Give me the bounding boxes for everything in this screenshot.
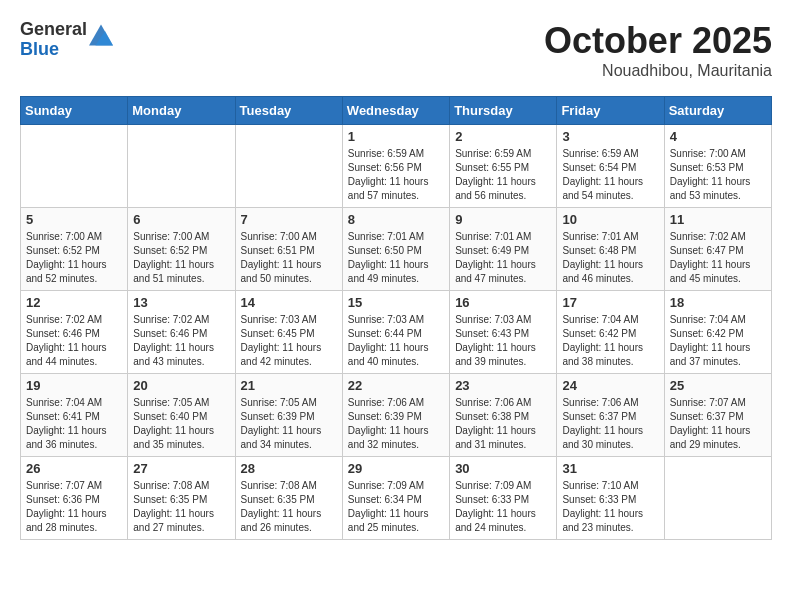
day-number: 8 [348, 212, 444, 227]
day-number: 5 [26, 212, 122, 227]
calendar-cell [128, 125, 235, 208]
logo: General Blue [20, 20, 113, 60]
day-number: 20 [133, 378, 229, 393]
calendar-cell [235, 125, 342, 208]
calendar-week-row: 1Sunrise: 6:59 AM Sunset: 6:56 PM Daylig… [21, 125, 772, 208]
calendar-cell: 12Sunrise: 7:02 AM Sunset: 6:46 PM Dayli… [21, 291, 128, 374]
title-section: October 2025 Nouadhibou, Mauritania [544, 20, 772, 80]
day-number: 29 [348, 461, 444, 476]
day-info: Sunrise: 7:05 AM Sunset: 6:40 PM Dayligh… [133, 396, 229, 452]
day-info: Sunrise: 7:07 AM Sunset: 6:36 PM Dayligh… [26, 479, 122, 535]
weekday-header: Tuesday [235, 97, 342, 125]
calendar-cell: 16Sunrise: 7:03 AM Sunset: 6:43 PM Dayli… [450, 291, 557, 374]
day-number: 10 [562, 212, 658, 227]
calendar-cell: 7Sunrise: 7:00 AM Sunset: 6:51 PM Daylig… [235, 208, 342, 291]
logo-blue: Blue [20, 40, 87, 60]
calendar-cell: 19Sunrise: 7:04 AM Sunset: 6:41 PM Dayli… [21, 374, 128, 457]
calendar-cell: 5Sunrise: 7:00 AM Sunset: 6:52 PM Daylig… [21, 208, 128, 291]
calendar-cell: 30Sunrise: 7:09 AM Sunset: 6:33 PM Dayli… [450, 457, 557, 540]
calendar-cell [664, 457, 771, 540]
logo-general: General [20, 20, 87, 40]
day-info: Sunrise: 7:02 AM Sunset: 6:47 PM Dayligh… [670, 230, 766, 286]
calendar-cell: 3Sunrise: 6:59 AM Sunset: 6:54 PM Daylig… [557, 125, 664, 208]
calendar-cell: 4Sunrise: 7:00 AM Sunset: 6:53 PM Daylig… [664, 125, 771, 208]
day-info: Sunrise: 7:09 AM Sunset: 6:33 PM Dayligh… [455, 479, 551, 535]
month-title: October 2025 [544, 20, 772, 62]
calendar-cell: 9Sunrise: 7:01 AM Sunset: 6:49 PM Daylig… [450, 208, 557, 291]
day-info: Sunrise: 7:00 AM Sunset: 6:51 PM Dayligh… [241, 230, 337, 286]
calendar-cell: 20Sunrise: 7:05 AM Sunset: 6:40 PM Dayli… [128, 374, 235, 457]
day-number: 15 [348, 295, 444, 310]
calendar-cell: 26Sunrise: 7:07 AM Sunset: 6:36 PM Dayli… [21, 457, 128, 540]
day-number: 16 [455, 295, 551, 310]
day-info: Sunrise: 6:59 AM Sunset: 6:56 PM Dayligh… [348, 147, 444, 203]
day-number: 22 [348, 378, 444, 393]
day-info: Sunrise: 7:06 AM Sunset: 6:38 PM Dayligh… [455, 396, 551, 452]
day-info: Sunrise: 7:06 AM Sunset: 6:39 PM Dayligh… [348, 396, 444, 452]
day-info: Sunrise: 7:02 AM Sunset: 6:46 PM Dayligh… [133, 313, 229, 369]
calendar-cell: 11Sunrise: 7:02 AM Sunset: 6:47 PM Dayli… [664, 208, 771, 291]
day-number: 6 [133, 212, 229, 227]
calendar-cell: 29Sunrise: 7:09 AM Sunset: 6:34 PM Dayli… [342, 457, 449, 540]
calendar-cell: 24Sunrise: 7:06 AM Sunset: 6:37 PM Dayli… [557, 374, 664, 457]
weekday-header: Monday [128, 97, 235, 125]
calendar-cell: 6Sunrise: 7:00 AM Sunset: 6:52 PM Daylig… [128, 208, 235, 291]
day-info: Sunrise: 7:09 AM Sunset: 6:34 PM Dayligh… [348, 479, 444, 535]
day-number: 26 [26, 461, 122, 476]
day-info: Sunrise: 7:01 AM Sunset: 6:49 PM Dayligh… [455, 230, 551, 286]
day-info: Sunrise: 6:59 AM Sunset: 6:55 PM Dayligh… [455, 147, 551, 203]
day-number: 31 [562, 461, 658, 476]
day-info: Sunrise: 7:01 AM Sunset: 6:48 PM Dayligh… [562, 230, 658, 286]
day-number: 11 [670, 212, 766, 227]
day-info: Sunrise: 7:03 AM Sunset: 6:44 PM Dayligh… [348, 313, 444, 369]
calendar-cell: 1Sunrise: 6:59 AM Sunset: 6:56 PM Daylig… [342, 125, 449, 208]
logo-icon [89, 23, 113, 47]
day-number: 13 [133, 295, 229, 310]
location: Nouadhibou, Mauritania [544, 62, 772, 80]
day-info: Sunrise: 7:04 AM Sunset: 6:41 PM Dayligh… [26, 396, 122, 452]
day-info: Sunrise: 7:06 AM Sunset: 6:37 PM Dayligh… [562, 396, 658, 452]
calendar-cell: 22Sunrise: 7:06 AM Sunset: 6:39 PM Dayli… [342, 374, 449, 457]
day-number: 1 [348, 129, 444, 144]
calendar-cell: 15Sunrise: 7:03 AM Sunset: 6:44 PM Dayli… [342, 291, 449, 374]
calendar-cell: 13Sunrise: 7:02 AM Sunset: 6:46 PM Dayli… [128, 291, 235, 374]
weekday-header-row: SundayMondayTuesdayWednesdayThursdayFrid… [21, 97, 772, 125]
weekday-header: Wednesday [342, 97, 449, 125]
day-info: Sunrise: 7:10 AM Sunset: 6:33 PM Dayligh… [562, 479, 658, 535]
calendar-cell: 2Sunrise: 6:59 AM Sunset: 6:55 PM Daylig… [450, 125, 557, 208]
calendar-cell: 23Sunrise: 7:06 AM Sunset: 6:38 PM Dayli… [450, 374, 557, 457]
day-info: Sunrise: 7:02 AM Sunset: 6:46 PM Dayligh… [26, 313, 122, 369]
day-info: Sunrise: 7:08 AM Sunset: 6:35 PM Dayligh… [133, 479, 229, 535]
calendar-week-row: 12Sunrise: 7:02 AM Sunset: 6:46 PM Dayli… [21, 291, 772, 374]
day-number: 25 [670, 378, 766, 393]
calendar-cell: 25Sunrise: 7:07 AM Sunset: 6:37 PM Dayli… [664, 374, 771, 457]
day-number: 17 [562, 295, 658, 310]
calendar-cell [21, 125, 128, 208]
calendar-cell: 27Sunrise: 7:08 AM Sunset: 6:35 PM Dayli… [128, 457, 235, 540]
day-number: 28 [241, 461, 337, 476]
day-number: 4 [670, 129, 766, 144]
day-info: Sunrise: 7:00 AM Sunset: 6:52 PM Dayligh… [133, 230, 229, 286]
day-info: Sunrise: 7:05 AM Sunset: 6:39 PM Dayligh… [241, 396, 337, 452]
day-number: 18 [670, 295, 766, 310]
day-info: Sunrise: 7:00 AM Sunset: 6:53 PM Dayligh… [670, 147, 766, 203]
calendar-cell: 8Sunrise: 7:01 AM Sunset: 6:50 PM Daylig… [342, 208, 449, 291]
calendar-cell: 14Sunrise: 7:03 AM Sunset: 6:45 PM Dayli… [235, 291, 342, 374]
day-info: Sunrise: 7:04 AM Sunset: 6:42 PM Dayligh… [562, 313, 658, 369]
weekday-header: Friday [557, 97, 664, 125]
calendar-week-row: 26Sunrise: 7:07 AM Sunset: 6:36 PM Dayli… [21, 457, 772, 540]
day-info: Sunrise: 7:00 AM Sunset: 6:52 PM Dayligh… [26, 230, 122, 286]
day-info: Sunrise: 7:04 AM Sunset: 6:42 PM Dayligh… [670, 313, 766, 369]
day-info: Sunrise: 7:03 AM Sunset: 6:43 PM Dayligh… [455, 313, 551, 369]
calendar-cell: 28Sunrise: 7:08 AM Sunset: 6:35 PM Dayli… [235, 457, 342, 540]
day-number: 21 [241, 378, 337, 393]
day-info: Sunrise: 7:08 AM Sunset: 6:35 PM Dayligh… [241, 479, 337, 535]
calendar-cell: 17Sunrise: 7:04 AM Sunset: 6:42 PM Dayli… [557, 291, 664, 374]
day-number: 12 [26, 295, 122, 310]
calendar-cell: 21Sunrise: 7:05 AM Sunset: 6:39 PM Dayli… [235, 374, 342, 457]
day-number: 19 [26, 378, 122, 393]
calendar-cell: 31Sunrise: 7:10 AM Sunset: 6:33 PM Dayli… [557, 457, 664, 540]
day-number: 14 [241, 295, 337, 310]
weekday-header: Thursday [450, 97, 557, 125]
day-number: 30 [455, 461, 551, 476]
